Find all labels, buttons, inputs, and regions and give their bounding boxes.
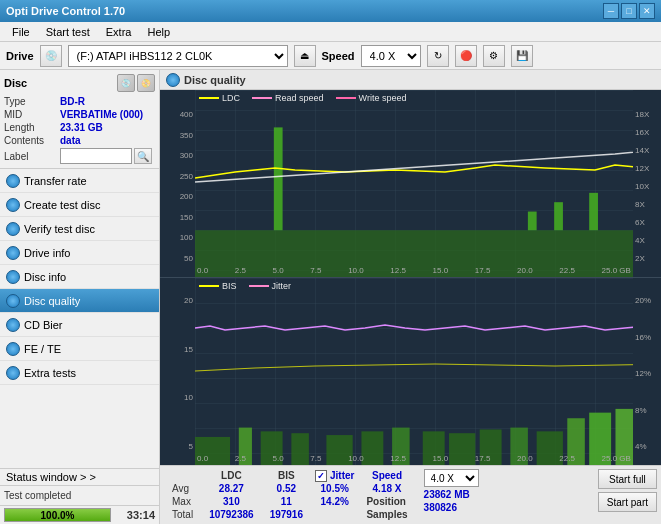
bis-total: 197916	[262, 508, 311, 521]
sidebar-item-disc-quality[interactable]: Disc quality	[0, 289, 159, 313]
lx-12.5: 12.5	[390, 454, 406, 463]
disc-label-btn[interactable]: 🔍	[134, 148, 152, 164]
jitter-checkbox[interactable]: ✓	[315, 470, 327, 482]
burn-icon-btn[interactable]: 🔴	[455, 45, 477, 67]
upper-y-axis-left: 400 350 300 250 200 150 100 50	[160, 90, 195, 277]
extra-tests-label: Extra tests	[24, 367, 76, 379]
drive-bar: Drive 💿 (F:) ATAPI iHBS112 2 CL0K ⏏ Spee…	[0, 42, 661, 70]
chart-header: Disc quality	[160, 70, 661, 90]
maximize-button[interactable]: □	[621, 3, 637, 19]
speed-icon-btn[interactable]: ↻	[427, 45, 449, 67]
menu-help[interactable]: Help	[139, 24, 178, 40]
menu-file[interactable]: File	[4, 24, 38, 40]
disc-length-value: 23.31 GB	[60, 122, 103, 133]
settings-icon-btn[interactable]: ⚙	[483, 45, 505, 67]
start-part-button[interactable]: Start part	[598, 492, 657, 512]
x-10.0: 10.0	[348, 266, 364, 275]
speed-select-stats[interactable]: 4.0 X	[424, 469, 479, 487]
menu-start-test[interactable]: Start test	[38, 24, 98, 40]
ldc-max: 310	[201, 495, 262, 508]
sidebar-item-drive-info[interactable]: Drive info	[0, 241, 159, 265]
position-row: 23862 MB	[424, 489, 479, 500]
lyr-12pct: 12%	[635, 369, 651, 378]
yr-4x: 4X	[635, 236, 645, 245]
disc-icon-2[interactable]: 📀	[137, 74, 155, 92]
sidebar-item-fe-te[interactable]: FE / TE	[0, 337, 159, 361]
disc-label-label: Label	[4, 151, 60, 162]
start-full-button[interactable]: Start full	[598, 469, 657, 489]
disc-label-row: Label 🔍	[4, 148, 155, 164]
upper-chart-section: 400 350 300 250 200 150 100 50 LDC	[160, 90, 661, 278]
minimize-button[interactable]: ─	[603, 3, 619, 19]
sidebar-item-transfer-rate[interactable]: Transfer rate	[0, 169, 159, 193]
create-test-disc-icon	[6, 198, 20, 212]
yl-5: 5	[189, 442, 193, 451]
progress-area: Test completed	[0, 485, 159, 505]
close-button[interactable]: ✕	[639, 3, 655, 19]
main-layout: Disc 💿 📀 Type BD-R MID VERBATIMe (000) L…	[0, 70, 661, 524]
eject-button[interactable]: ⏏	[294, 45, 316, 67]
speed-header-cell: Speed	[358, 469, 415, 482]
title-bar: Opti Drive Control 1.70 ─ □ ✕	[0, 0, 661, 22]
save-icon-btn[interactable]: 💾	[511, 45, 533, 67]
speed-header-label: Speed	[372, 470, 402, 481]
y-label-100: 100	[180, 233, 193, 242]
speed-select-row: 4.0 X	[424, 469, 479, 487]
jitter-legend-color	[249, 285, 269, 287]
yr-8x: 8X	[635, 200, 645, 209]
lyr-4pct: 4%	[635, 442, 647, 451]
menu-extra[interactable]: Extra	[98, 24, 140, 40]
lyr-8pct: 8%	[635, 406, 647, 415]
content-area: Disc quality 400 350 300 250 200 150 100…	[160, 70, 661, 524]
lx-15.0: 15.0	[433, 454, 449, 463]
speed-select[interactable]: 4.0 X	[361, 45, 421, 67]
x-12.5: 12.5	[390, 266, 406, 275]
sidebar-menu: Transfer rate Create test disc Verify te…	[0, 169, 159, 468]
lx-22.5: 22.5	[559, 454, 575, 463]
disc-label-input[interactable]	[60, 148, 132, 164]
disc-header: Disc 💿 📀	[4, 74, 155, 92]
ldc-total: 10792386	[201, 508, 262, 521]
drive-info-icon	[6, 246, 20, 260]
read-speed-legend-label: Read speed	[275, 93, 324, 103]
legend-read-speed: Read speed	[252, 93, 324, 103]
verify-test-disc-icon	[6, 222, 20, 236]
ldc-legend-color	[199, 97, 219, 99]
y-label-150: 150	[180, 213, 193, 222]
drive-label: Drive	[6, 50, 34, 62]
lower-chart-svg	[195, 278, 633, 465]
drive-icon-btn[interactable]: 💿	[40, 45, 62, 67]
lyr-20pct: 20%	[635, 296, 651, 305]
disc-quality-label: Disc quality	[24, 295, 80, 307]
yl-15: 15	[184, 345, 193, 354]
yl-20: 20	[184, 296, 193, 305]
sidebar-item-cd-bier[interactable]: CD Bier	[0, 313, 159, 337]
sidebar-item-disc-info[interactable]: Disc info	[0, 265, 159, 289]
sidebar-item-verify-test-disc[interactable]: Verify test disc	[0, 217, 159, 241]
write-speed-legend-label: Write speed	[359, 93, 407, 103]
x-5.0: 5.0	[273, 266, 284, 275]
menu-bar: File Start test Extra Help	[0, 22, 661, 42]
disc-icon-1[interactable]: 💿	[117, 74, 135, 92]
lx-0.0: 0.0	[197, 454, 208, 463]
lower-x-axis: 0.0 2.5 5.0 7.5 10.0 12.5 15.0 17.5 20.0…	[195, 454, 633, 463]
stats-table: LDC BIS ✓ Jitter Speed Avg 28.27	[164, 469, 416, 521]
jitter-total-empty	[311, 508, 358, 521]
disc-type-label: Type	[4, 96, 60, 107]
disc-type-row: Type BD-R	[4, 96, 155, 107]
ldc-avg: 28.27	[201, 482, 262, 495]
sidebar-item-extra-tests[interactable]: Extra tests	[0, 361, 159, 385]
status-window-btn[interactable]: Status window > >	[0, 468, 159, 485]
transfer-rate-icon	[6, 174, 20, 188]
app-title: Opti Drive Control 1.70	[6, 5, 125, 17]
drive-select[interactable]: (F:) ATAPI iHBS112 2 CL0K	[68, 45, 288, 67]
x-25.0gb: 25.0 GB	[602, 266, 631, 275]
progress-percent: 100.0%	[5, 509, 110, 521]
disc-icon-row: 💿 📀	[117, 74, 155, 92]
cd-bier-label: CD Bier	[24, 319, 63, 331]
lx-17.5: 17.5	[475, 454, 491, 463]
sidebar-item-create-test-disc[interactable]: Create test disc	[0, 193, 159, 217]
disc-mid-value: VERBATIMe (000)	[60, 109, 143, 120]
legend-ldc: LDC	[199, 93, 240, 103]
y-label-400: 400	[180, 110, 193, 119]
